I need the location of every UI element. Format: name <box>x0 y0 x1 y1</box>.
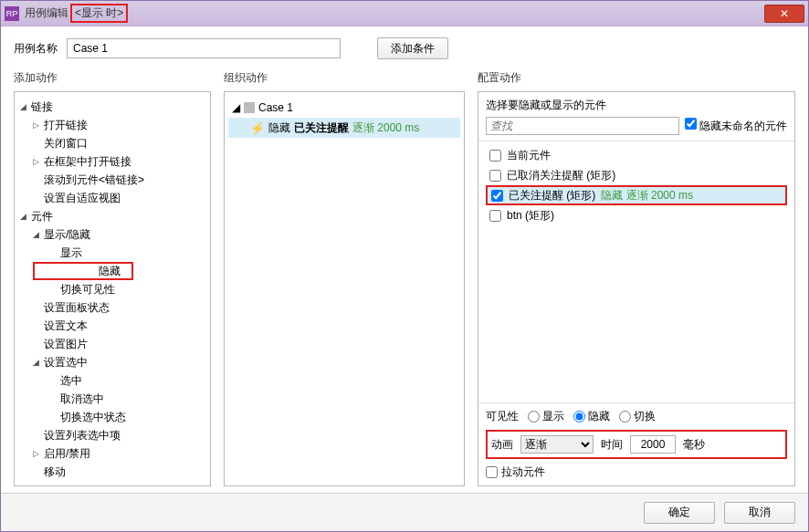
time-input[interactable] <box>630 435 676 454</box>
organize-header: 组织动作 <box>224 67 465 91</box>
tree-item[interactable]: 切换选中状态 <box>15 408 210 426</box>
element-checkbox[interactable] <box>489 150 501 162</box>
animation-row: 动画 逐渐 时间 毫秒 <box>486 430 787 459</box>
case-name-label: 用例名称 <box>14 41 58 57</box>
titlebar: RP 用例编辑 <显示 时> ✕ <box>1 1 808 26</box>
tree-item[interactable]: 设置面板状态 <box>15 298 210 317</box>
tree-item[interactable]: 取消选中 <box>15 390 210 408</box>
element-checkbox[interactable] <box>489 170 501 182</box>
action-tree-panel: ◢链接 ▷打开链接 关闭窗口 ▷在框架中打开链接 滚动到元件<错链接> 设置自适… <box>14 91 211 486</box>
element-row[interactable]: btn (矩形) <box>486 205 787 225</box>
tree-group-widgets[interactable]: ◢元件 <box>15 207 210 225</box>
close-button[interactable]: ✕ <box>764 5 804 23</box>
add-action-header: 添加动作 <box>14 67 211 91</box>
config-panel: 选择要隐藏或显示的元件 隐藏未命名的元件 当前元件 <box>478 91 795 486</box>
tree-item[interactable]: 设置列表选中项 <box>15 426 210 444</box>
element-row[interactable]: 已取消关注提醒 (矩形) <box>486 165 787 185</box>
tree-subgroup-selected[interactable]: ◢设置选中 <box>15 353 210 371</box>
hide-unnamed-option[interactable]: 隐藏未命名的元件 <box>685 118 787 134</box>
app-icon: RP <box>5 6 19 21</box>
tree-item[interactable]: 选中 <box>15 371 210 390</box>
tree-item[interactable]: 设置文本 <box>15 317 210 335</box>
footer: 确定 取消 <box>1 493 808 531</box>
title-highlight: <显示 时> <box>70 4 128 23</box>
folder-icon <box>244 102 255 113</box>
visibility-hide[interactable]: 隐藏 <box>573 409 610 424</box>
case-row[interactable]: ◢ Case 1 <box>228 98 460 118</box>
element-row-selected[interactable]: 已关注提醒 (矩形) 隐藏 逐渐 2000 ms <box>486 185 787 205</box>
config-header: 配置动作 <box>478 67 795 91</box>
element-checkbox[interactable] <box>491 190 503 202</box>
tree-item-toggle[interactable]: 切换可见性 <box>15 280 210 298</box>
tree-item[interactable]: 关闭窗口 <box>15 134 210 152</box>
time-unit: 毫秒 <box>683 437 705 453</box>
tree-item[interactable]: 设置图片 <box>15 335 210 353</box>
element-list: 当前元件 已取消关注提醒 (矩形) 已关注提醒 (矩形) 隐藏 逐渐 2000 … <box>478 141 794 402</box>
case-label: Case 1 <box>258 101 293 114</box>
action-anim: 逐渐 2000 ms <box>352 120 419 136</box>
tree-item[interactable]: ▷打开链接 <box>15 116 210 134</box>
cancel-button[interactable]: 取消 <box>724 502 795 524</box>
time-label: 时间 <box>601 437 623 453</box>
title-prefix: 用例编辑 <box>25 5 68 21</box>
animation-label: 动画 <box>491 437 513 453</box>
close-icon: ✕ <box>780 7 789 20</box>
ok-button[interactable]: 确定 <box>644 502 715 524</box>
action-target: 已关注提醒 <box>294 120 349 136</box>
organize-panel: ◢ Case 1 ⚡ 隐藏 已关注提醒 逐渐 2000 ms <box>224 91 465 486</box>
tree-item[interactable]: 设置自适应视图 <box>15 189 210 207</box>
hide-unnamed-checkbox[interactable] <box>685 118 697 130</box>
visibility-toggle[interactable]: 切换 <box>619 409 656 424</box>
action-prefix: 隐藏 <box>268 120 290 136</box>
element-row[interactable]: 当前元件 <box>486 145 787 165</box>
element-checkbox[interactable] <box>489 210 501 222</box>
tree-group-links[interactable]: ◢链接 <box>15 98 210 116</box>
animation-type-select[interactable]: 逐渐 <box>520 435 594 454</box>
bolt-icon: ⚡ <box>250 121 265 135</box>
tree-subgroup-showhide[interactable]: ◢显示/隐藏 <box>15 225 210 244</box>
search-input[interactable] <box>486 117 679 135</box>
tree-item[interactable]: ▷在框架中打开链接 <box>15 152 210 171</box>
tree-item-show[interactable]: 显示 <box>15 244 210 262</box>
visibility-label: 可见性 <box>486 409 519 424</box>
drag-label: 拉动元件 <box>501 464 545 480</box>
tree-item-hide[interactable]: 隐藏 <box>33 262 133 280</box>
case-name-input[interactable] <box>67 38 341 58</box>
visibility-row: 可见性 显示 隐藏 切换 <box>486 409 787 424</box>
add-condition-button[interactable]: 添加条件 <box>377 37 448 59</box>
tree-item[interactable]: ▷启用/禁用 <box>15 444 210 463</box>
visibility-show[interactable]: 显示 <box>528 409 564 424</box>
tree-item[interactable]: 移动 <box>15 463 210 481</box>
select-widgets-label: 选择要隐藏或显示的元件 <box>486 98 787 113</box>
tree-item[interactable]: 滚动到元件<错链接> <box>15 171 210 189</box>
action-row[interactable]: ⚡ 隐藏 已关注提醒 逐渐 2000 ms <box>228 118 460 138</box>
drag-checkbox[interactable] <box>486 466 498 478</box>
